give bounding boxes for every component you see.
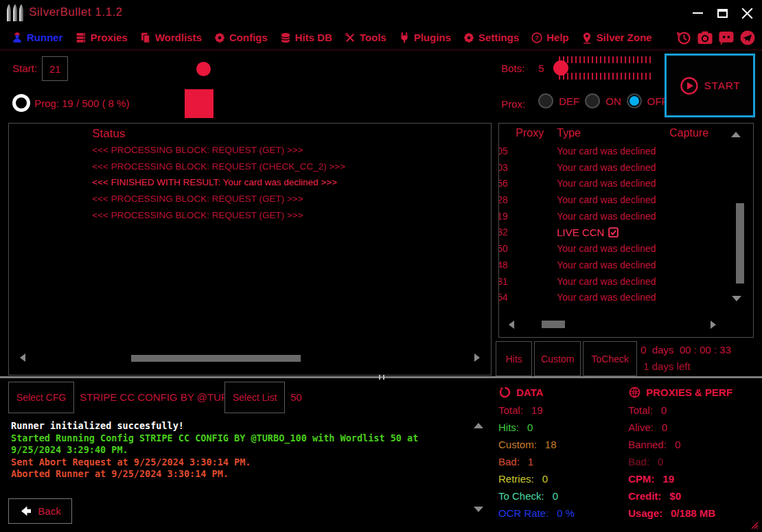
- days-left-label: 1 days left: [643, 360, 690, 372]
- nav-item-configs[interactable]: Configs: [213, 32, 268, 44]
- bots-value: 5: [538, 62, 544, 74]
- scroll-right-arrow[interactable]: [711, 321, 716, 329]
- row-capture-text: Your card was declined: [557, 178, 656, 189]
- select-list-button[interactable]: Select List: [224, 382, 285, 413]
- bots-slider-thumb[interactable]: [553, 60, 568, 76]
- table-row[interactable]: 05 Your card was declined: [499, 146, 753, 162]
- tools-icon: [344, 32, 356, 44]
- row-proxy-id: 31: [498, 276, 508, 287]
- resize-grip-icon[interactable]: [749, 520, 759, 529]
- nav-item-proxies[interactable]: Proxies: [75, 32, 128, 44]
- proxy-stats-title: PROXIES & PERF: [646, 386, 732, 398]
- minimize-button[interactable]: [685, 1, 710, 25]
- proxy-stat-credit: Credit: $0: [628, 490, 759, 507]
- table-row[interactable]: 19 Your card was declined: [499, 211, 753, 227]
- column-header-capture[interactable]: Capture: [669, 127, 708, 139]
- nav-item-settings[interactable]: Settings: [463, 32, 519, 44]
- scroll-down-arrow[interactable]: [474, 507, 483, 512]
- row-capture-text: Your card was declined: [557, 292, 656, 303]
- discord-button[interactable]: [717, 29, 735, 47]
- scroll-left-arrow[interactable]: [509, 321, 514, 329]
- proxy-stat-banned: Banned: 0: [628, 439, 759, 456]
- close-button[interactable]: [735, 1, 759, 25]
- table-row[interactable]: 28 Your card was declined: [499, 194, 753, 211]
- table-row[interactable]: 56 Your card was declined: [499, 178, 753, 194]
- back-button[interactable]: Back: [8, 498, 72, 524]
- slider-ticks: [559, 73, 654, 80]
- tab-tocheck[interactable]: ToCheck: [583, 341, 637, 376]
- data-stat-total: Total: 19: [498, 404, 625, 421]
- row-capture-text: Your card was declined: [557, 276, 656, 287]
- status-log-line: <<< FINISHED WITH RESULT: Your card was …: [92, 177, 345, 194]
- prox-radio-on[interactable]: ON: [585, 93, 621, 108]
- history-button[interactable]: [675, 29, 693, 47]
- tab-custom[interactable]: Custom: [534, 341, 581, 376]
- horizontal-scrollbar-thumb[interactable]: [542, 321, 565, 328]
- proxy-stat-bad: Bad: 0: [628, 456, 759, 473]
- data-stat-ocr-rate: OCR Rate: 0 %: [498, 507, 625, 524]
- row-capture-text: Your card was declined: [557, 162, 656, 173]
- nav-item-tools[interactable]: Tools: [344, 32, 386, 44]
- gear-icon: [213, 32, 226, 44]
- telegram-button[interactable]: [739, 29, 757, 47]
- gear-icon: [463, 32, 475, 44]
- nav-item-hits-db[interactable]: Hits DB: [279, 32, 332, 44]
- prox-radio-off[interactable]: OFF: [627, 93, 668, 108]
- minimize-icon: [693, 12, 703, 14]
- start-input[interactable]: [42, 56, 68, 81]
- prox-radio-label: DEF: [559, 95, 579, 107]
- nav-item-wordlists[interactable]: Wordlists: [139, 32, 202, 44]
- table-row[interactable]: 31 Your card was declined: [499, 276, 753, 292]
- plug-icon: [398, 32, 411, 44]
- proxy-stat-total: Total: 0: [628, 404, 759, 421]
- status-log-line: <<< PROCESSING BLOCK: REQUEST (CHECK_CC_…: [92, 161, 345, 178]
- maximize-button[interactable]: [710, 1, 735, 25]
- nav-item-help[interactable]: ? Help: [531, 32, 569, 44]
- refresh-ring-icon: [498, 386, 511, 399]
- status-panel: Status <<< PROCESSING BLOCK: REQUEST (GE…: [8, 123, 492, 375]
- radio-circle-icon: [585, 93, 600, 108]
- table-row[interactable]: 48 Your card was declined: [499, 259, 753, 276]
- stop-square-button[interactable]: [185, 89, 213, 118]
- scroll-left-arrow[interactable]: [20, 354, 25, 362]
- proxy-stat-cpm: CPM: 19: [628, 473, 759, 490]
- panel-splitter[interactable]: [0, 376, 762, 378]
- horizontal-scrollbar-thumb[interactable]: [131, 355, 301, 362]
- vertical-scrollbar-thumb[interactable]: [736, 203, 744, 284]
- data-stat-hits: Hits: 0: [498, 421, 625, 439]
- table-row[interactable]: 03 Your card was declined: [499, 162, 753, 178]
- bullets-logo-icon: [5, 3, 26, 26]
- select-cfg-button[interactable]: Select CFG: [8, 382, 74, 413]
- runner-log-line: Runner initialized succesfully!: [11, 420, 470, 432]
- table-row[interactable]: 32 LIVE CCN: [499, 227, 753, 243]
- scroll-right-arrow[interactable]: [474, 354, 480, 362]
- tab-hits[interactable]: Hits: [496, 341, 532, 376]
- scroll-down-arrow[interactable]: [732, 296, 741, 301]
- runner-log-line: Sent Abort Request at 9/25/2024 3:30:14 …: [11, 456, 470, 469]
- bots-label: Bots:: [501, 62, 524, 74]
- row-capture-text: Your card was declined: [557, 211, 656, 222]
- status-column-header: Status: [92, 127, 125, 141]
- table-row[interactable]: 50 Your card was declined: [499, 243, 753, 259]
- nav-item-plugins[interactable]: Plugins: [398, 32, 451, 44]
- scroll-up-arrow[interactable]: [731, 132, 741, 137]
- column-header-proxy[interactable]: Proxy: [516, 127, 544, 139]
- start-button[interactable]: START: [665, 54, 755, 117]
- nav-item-silver-zone[interactable]: Silver Zone: [581, 32, 652, 44]
- row-proxy-id: 50: [498, 243, 508, 254]
- prox-radio-def[interactable]: DEF: [538, 93, 579, 108]
- nav-item-runner[interactable]: Runner: [11, 32, 63, 44]
- scroll-up-arrow[interactable]: [474, 423, 483, 428]
- runner-log-line: Aborted Runner at 9/25/2024 3:30:14 PM.: [11, 468, 470, 481]
- prox-radio-label: ON: [605, 95, 621, 107]
- table-row[interactable]: 54 Your card was declined: [499, 292, 753, 308]
- database-icon: [279, 32, 292, 44]
- runner-controls: Start: Prog: 19 / 500 ( 8 %) Bots: 5 Pro…: [0, 51, 762, 123]
- status-log-line: <<< PROCESSING BLOCK: REQUEST (GET) >>>: [92, 210, 345, 227]
- row-proxy-id: 19: [498, 211, 508, 222]
- column-header-type[interactable]: Type: [557, 127, 581, 139]
- camera-button[interactable]: [696, 29, 714, 47]
- prox-label: Prox:: [501, 98, 525, 110]
- bots-slider[interactable]: [553, 55, 656, 82]
- radio-circle-icon: [538, 93, 553, 108]
